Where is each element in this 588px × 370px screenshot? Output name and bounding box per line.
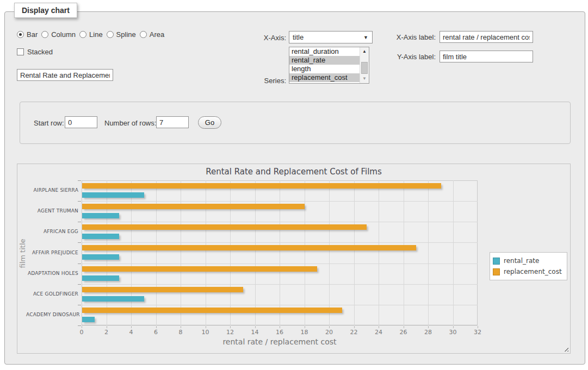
x-tick-label: 14 xyxy=(246,329,264,336)
scrollbar-thumb[interactable] xyxy=(361,62,368,74)
category-label: AIRPLANE SIERRA xyxy=(26,187,78,193)
x-axis-title: rental rate / replacement cost xyxy=(82,337,478,346)
category-label: ADAPTATION HOLES xyxy=(26,271,78,276)
radio-option-area[interactable]: Area xyxy=(140,30,164,39)
x-tick-label: 10 xyxy=(196,329,215,336)
x-tick-mark xyxy=(379,326,379,328)
chart-title-input[interactable] xyxy=(17,69,113,81)
y-tick-mark xyxy=(78,242,81,243)
x-tick-label: 16 xyxy=(270,329,289,336)
series-label: Series: xyxy=(233,77,286,85)
x-tick-mark xyxy=(354,326,355,328)
y-tick-mark xyxy=(78,201,81,202)
y-tick-mark xyxy=(78,222,81,222)
radio-label: Line xyxy=(89,30,103,39)
y-tick-mark xyxy=(78,264,81,264)
x-tick-mark xyxy=(404,326,404,328)
stacked-checkbox-row[interactable]: Stacked xyxy=(17,48,53,56)
category-label: AGENT TRUMAN xyxy=(26,208,78,214)
radio-option-column[interactable]: Column xyxy=(41,30,76,39)
legend-item: rental_rate xyxy=(493,255,562,266)
x-tick-label: 6 xyxy=(147,329,165,336)
listbox-scrollbar[interactable]: ▲ ▼ xyxy=(360,47,369,83)
panel-title: Display chart xyxy=(14,3,77,18)
x-tick-label: 28 xyxy=(419,329,437,336)
x-tick-label: 0 xyxy=(72,329,91,336)
radio-label: Bar xyxy=(27,30,38,39)
x-axis-text-label: X-Axis label: xyxy=(386,33,436,41)
legend-swatch-replacement_cost xyxy=(493,268,500,275)
resize-handle-icon[interactable] xyxy=(562,346,568,352)
radio-option-bar[interactable]: Bar xyxy=(17,30,38,39)
x-tick-label: 26 xyxy=(394,329,413,336)
x-tick-mark xyxy=(82,326,82,328)
chevron-down-icon: ▼ xyxy=(363,35,372,40)
stacked-label: Stacked xyxy=(27,48,53,56)
x-tick-label: 4 xyxy=(122,329,140,336)
y-axis-title: film title xyxy=(18,224,27,284)
y-tick-mark xyxy=(78,325,81,326)
chart-legend: rental_ratereplacement_cost xyxy=(490,252,567,280)
category-label: AFRICAN EGG xyxy=(26,229,78,234)
y-tick-mark xyxy=(78,180,81,181)
series-option-rental_duration[interactable]: rental_duration xyxy=(289,47,369,56)
legend-swatch-rental_rate xyxy=(493,258,500,265)
category-label: ACADEMY DINOSAUR xyxy=(26,312,78,317)
series-options: rental_durationrental_ratelengthreplacem… xyxy=(289,47,369,82)
x-tick-mark xyxy=(206,326,206,328)
scroll-up-icon[interactable]: ▲ xyxy=(360,48,369,55)
legend-label: replacement_cost xyxy=(504,268,562,275)
legend-item: replacement_cost xyxy=(493,266,562,277)
radio-label: Spline xyxy=(116,30,136,39)
radio-option-line[interactable]: Line xyxy=(79,30,103,39)
chart-type-radio-group: BarColumnLineSplineArea xyxy=(17,30,164,39)
start-row-label: Start row: xyxy=(34,119,64,127)
y-tick-mark xyxy=(78,305,81,305)
radio-icon[interactable] xyxy=(41,31,48,38)
legend-label: rental_rate xyxy=(504,257,539,265)
category-label: ACE GOLDFINGER xyxy=(26,291,78,297)
series-option-replacement_cost[interactable]: replacement_cost xyxy=(289,73,369,82)
y-axis-label-input[interactable] xyxy=(440,51,533,62)
x-tick-mark xyxy=(428,326,429,328)
x-axis-label-input[interactable] xyxy=(440,31,533,43)
x-tick-mark xyxy=(255,326,256,328)
x-tick-label: 22 xyxy=(345,329,363,336)
number-of-rows-input[interactable] xyxy=(156,116,189,128)
x-tick-label: 8 xyxy=(171,329,190,336)
scroll-down-icon[interactable]: ▼ xyxy=(360,75,369,83)
number-of-rows-label: Number of rows: xyxy=(104,119,156,127)
y-tick-mark xyxy=(78,284,81,285)
x-axis-label: X-Axis: xyxy=(233,34,286,42)
y-axis-text-label: Y-Axis label: xyxy=(386,53,436,61)
x-tick-mark xyxy=(305,326,305,328)
x-tick-mark xyxy=(181,326,181,328)
x-tick-mark xyxy=(230,326,231,328)
series-option-rental_rate[interactable]: rental_rate xyxy=(289,56,369,65)
go-button[interactable]: Go xyxy=(198,116,221,129)
display-chart-panel: Display chart BarColumnLineSplineArea St… xyxy=(4,11,585,365)
x-tick-label: 24 xyxy=(369,329,388,336)
category-label: AFFAIR PREJUDICE xyxy=(26,250,78,255)
radio-option-spline[interactable]: Spline xyxy=(107,30,136,39)
series-option-length[interactable]: length xyxy=(289,65,369,73)
radio-icon[interactable] xyxy=(79,31,86,38)
radio-icon[interactable] xyxy=(107,31,114,38)
radio-icon[interactable] xyxy=(17,31,24,38)
x-tick-label: 12 xyxy=(221,329,239,336)
radio-label: Column xyxy=(51,30,76,39)
series-listbox[interactable]: rental_durationrental_ratelengthreplacem… xyxy=(289,47,369,84)
stacked-checkbox[interactable] xyxy=(17,48,24,55)
x-tick-mark xyxy=(280,326,280,328)
chart-plot-area xyxy=(82,180,478,325)
x-tick-label: 30 xyxy=(444,329,462,336)
x-tick-mark xyxy=(107,326,107,328)
x-tick-label: 32 xyxy=(468,329,487,336)
start-row-input[interactable] xyxy=(65,116,97,128)
x-tick-mark xyxy=(329,326,330,328)
chart-container: Rental Rate and Replacement Cost of Film… xyxy=(17,164,571,354)
x-tick-mark xyxy=(156,326,157,328)
x-axis-select[interactable]: title ▼ xyxy=(289,31,373,43)
radio-icon[interactable] xyxy=(140,31,147,38)
x-tick-label: 20 xyxy=(320,329,338,336)
